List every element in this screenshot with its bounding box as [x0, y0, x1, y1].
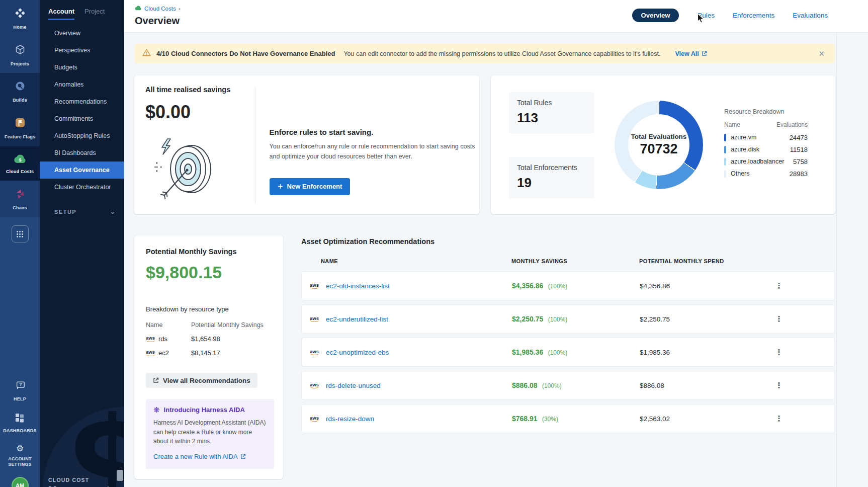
recommendations-table-body: aws ec2-old-instances-list $4,356.86 (10… [301, 271, 835, 433]
sidebar-menu-item[interactable]: Perspectives [40, 42, 124, 59]
external-link-icon [240, 454, 246, 459]
legend-evaluations-value: 11518 [790, 146, 808, 153]
page-header: Cloud Costs › Overview Overview Rules En… [124, 0, 868, 33]
rail-item-help[interactable]: ? HELP [13, 376, 27, 408]
sidebar-menu-item[interactable]: Budgets [40, 59, 124, 76]
rail-item-builds[interactable]: Builds [0, 73, 40, 110]
rail-item-projects[interactable]: Projects [0, 37, 40, 73]
user-avatar[interactable]: AM [12, 477, 29, 487]
table-row: aws ec2-old-instances-list $4,356.86 (10… [301, 271, 835, 300]
row-menu-icon[interactable]: ⋮ [770, 348, 788, 357]
rail-item-label: Builds [13, 98, 27, 104]
rail-item-account-settings[interactable]: ⚙ ACCOUNT SETTINGS [0, 439, 40, 473]
module-name-small: CLOUD COST [48, 477, 110, 483]
aida-body: Harness AI Development Assistant (AIDA) … [153, 418, 267, 446]
rail-item-label: Cloud Costs [6, 169, 34, 175]
rail-item-dashboards[interactable]: DASHBOARDS [2, 408, 38, 439]
page-content: 4/10 Cloud Connectors Do Not Have Govern… [124, 33, 868, 487]
sidebar-menu-item[interactable]: Overview [40, 25, 124, 42]
row-menu-icon[interactable]: ⋮ [770, 281, 788, 290]
savings-percent: (100%) [541, 382, 562, 389]
external-link-icon [702, 51, 707, 56]
tab-evaluations[interactable]: Evaluations [793, 12, 828, 19]
projects-icon [14, 44, 26, 58]
sidebar-collapse-handle[interactable] [117, 470, 123, 481]
banner-view-all-link[interactable]: View All [675, 50, 707, 57]
resource-type-name: rds [158, 335, 167, 343]
rail-item-label: Projects [11, 61, 29, 67]
potential-savings-card: Potential Monthly Savings $9,800.15 Brea… [134, 235, 283, 479]
plus-icon [278, 184, 283, 189]
rail-item-label: DASHBOARDS [3, 428, 37, 434]
tab-account[interactable]: Account [48, 8, 74, 20]
rail-item-home[interactable]: Home [0, 0, 40, 37]
sidebar-menu-item[interactable]: Cluster Orchestrator [40, 179, 124, 196]
view-all-recommendations-button[interactable]: View all Recommendations [146, 373, 257, 388]
recommendation-name-link[interactable]: ec2-unoptimized-ebs [326, 349, 389, 356]
sidebar-menu-item[interactable]: AutoStopping Rules [40, 127, 124, 144]
rail-item-chaos[interactable]: Chaos [0, 181, 40, 217]
close-icon[interactable]: ✕ [816, 49, 827, 58]
breadcrumb-link-cloud-costs[interactable]: Cloud Costs [144, 6, 176, 12]
legend-evaluations-value: 5758 [793, 158, 808, 166]
cta-title: Enforce rules to start saving. [270, 128, 479, 136]
total-enforcements-label: Total Enforcements [517, 164, 586, 172]
legend-color-bar [724, 134, 726, 141]
dollar-watermark: $ [70, 395, 124, 487]
banner-title: 4/10 Cloud Connectors Do Not Have Govern… [156, 50, 335, 57]
main-area: Cloud Costs › Overview Overview Rules En… [124, 0, 868, 487]
rail-item-label: Home [14, 25, 27, 31]
new-enforcement-button[interactable]: New Enforcement [270, 178, 351, 195]
rail-item-cloud-costs[interactable]: $ Cloud Costs [0, 146, 40, 181]
chaos-icon [14, 188, 26, 202]
donut-center-value: 70732 [640, 141, 677, 157]
row-menu-icon[interactable]: ⋮ [770, 314, 788, 323]
sidebar-menu-item[interactable]: Recommendations [40, 93, 124, 110]
recommendation-name-link[interactable]: ec2-old-instances-list [326, 282, 390, 290]
svg-text:?: ? [19, 383, 22, 387]
sidebar-menu-item[interactable]: BI Dashboards [40, 144, 124, 161]
resource-type-name: ec2 [158, 349, 169, 357]
legend-color-bar [724, 170, 726, 178]
legend-resource-name: azure.vm [731, 134, 756, 141]
recommendations-table-header: NAME MONTHLY SAVINGS POTENTIAL MONTHLY S… [301, 258, 835, 271]
target-illustration [152, 134, 252, 204]
module-rail: Home Projects Builds Feature Flags $ Clo… [0, 0, 40, 487]
sidebar-menu-item[interactable]: Anomalies [40, 76, 124, 93]
potential-monthly-spend-value: $2,563.02 [640, 415, 770, 423]
cloud-costs-icon [135, 5, 142, 12]
row-menu-icon[interactable]: ⋮ [770, 414, 788, 423]
sidebar-setup-toggle[interactable]: SETUP ⌄ [40, 203, 124, 220]
home-icon [14, 7, 26, 21]
cloud-costs-icon: $ [14, 153, 27, 166]
savings-percent: (100%) [546, 349, 567, 356]
tab-project[interactable]: Project [84, 8, 105, 20]
realised-savings-card: All time realised savings $0.00 [134, 75, 479, 214]
legend-row: azure.disk 11518 [724, 146, 808, 153]
sidebar-menu-item[interactable]: Asset Governance [40, 161, 124, 179]
tab-overview[interactable]: Overview [632, 9, 679, 22]
rail-item-label: Feature Flags [5, 134, 35, 140]
tab-rules[interactable]: Rules [697, 12, 715, 19]
recommendation-name-link[interactable]: ec2-underutilized-list [326, 315, 388, 323]
savings-percent: (30%) [541, 416, 558, 423]
breakdown-title: Breakdown by resource type [146, 305, 274, 313]
rail-bottom-group: ? HELP DASHBOARDS ⚙ ACCOUNT SETTINGS AM [0, 376, 40, 487]
gear-icon: ⚙ [16, 444, 24, 453]
recommendation-name-link[interactable]: rds-resize-down [326, 415, 374, 423]
recommendation-name-link[interactable]: rds-delete-unused [326, 382, 381, 389]
evaluations-donut-chart: Total Evaluations 70732 [615, 101, 703, 189]
breakdown-row: awsec2 $8,145.17 [146, 349, 274, 357]
scope-tabs: Account Project [40, 0, 124, 20]
enforce-cta: Enforce rules to start saving. You can e… [255, 86, 479, 214]
create-rule-with-aida-link[interactable]: Create a new Rule with AIDA [153, 453, 246, 460]
resource-breakdown-legend: Resource Breakdown Name Evaluations azur… [724, 108, 808, 182]
aws-logo-icon: aws [310, 416, 319, 422]
row-menu-icon[interactable]: ⋮ [770, 381, 788, 390]
sidebar-menu-item[interactable]: Commitments [40, 110, 124, 127]
stats-column: Total Rules 113 Total Enforcements 19 [509, 92, 594, 198]
potential-savings-amount: $9,800.15 [146, 263, 274, 282]
rail-item-feature-flags[interactable]: Feature Flags [0, 110, 40, 146]
tab-enforcements[interactable]: Enforcements [733, 12, 774, 19]
apps-grid-icon[interactable] [12, 225, 29, 242]
